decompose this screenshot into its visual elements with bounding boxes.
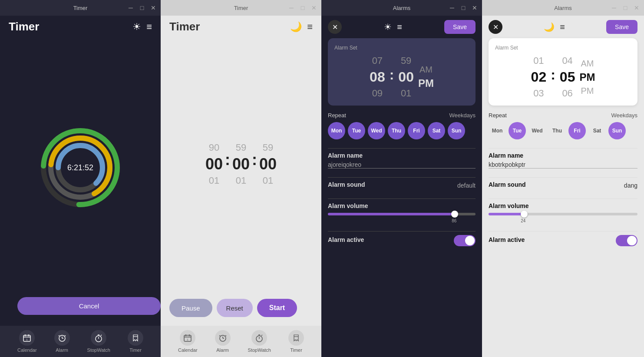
- volume-slider-4[interactable]: [489, 213, 637, 215]
- toggle-knob-4: [627, 236, 637, 245]
- nav-calendar-1[interactable]: 1 Calendar: [17, 330, 37, 353]
- nav-alarm-2[interactable]: Alarm: [215, 330, 231, 353]
- day-sat-4[interactable]: Sat: [588, 122, 606, 139]
- alarm-mins-bot-3: 01: [401, 88, 411, 99]
- alarm-hours-bot-3: 09: [372, 88, 383, 99]
- time-picker-container: 90 00 01 : 59 00 01 : 59 00 01: [161, 38, 321, 290]
- day-thu-3[interactable]: Thu: [388, 122, 405, 139]
- timer-header-2: Timer 🌙 ≡: [161, 16, 321, 38]
- sun-icon-3[interactable]: ☀: [384, 22, 392, 32]
- alarm-toggle-4[interactable]: [616, 235, 637, 246]
- alarm-hours-top-4: 01: [533, 55, 544, 66]
- alarm-name-label-4: Alarm name: [489, 152, 637, 159]
- close-btn-3[interactable]: ✕: [471, 4, 479, 12]
- moon-icon-2[interactable]: 🌙: [290, 21, 302, 33]
- nav-stopwatch-2[interactable]: StopWatch: [248, 330, 271, 353]
- seconds-top: 59: [263, 142, 273, 153]
- nav-stopwatch-1[interactable]: StopWatch: [87, 330, 110, 353]
- alarm-volume-label-3: Alarm volume: [328, 202, 476, 209]
- maximize-btn-1[interactable]: □: [138, 4, 146, 12]
- theme-icon-1[interactable]: ☀: [132, 21, 141, 33]
- divider-2-3: [328, 177, 476, 178]
- alarm-icon-2: [215, 330, 231, 346]
- menu-icon-3[interactable]: ≡: [397, 22, 402, 32]
- minutes-col: 59 00 01: [232, 142, 250, 186]
- alarm-hours-mid-3: 08: [370, 69, 385, 85]
- alarm-content-3: ✕ ☀ ≡ Save Alarm Set 07 08 09 : 59 00 01: [321, 16, 482, 357]
- day-fri-3[interactable]: Fri: [408, 122, 425, 139]
- alarm-set-label-3: Alarm Set: [334, 45, 469, 51]
- day-tue-3[interactable]: Tue: [348, 122, 365, 139]
- maximize-btn-2[interactable]: □: [299, 4, 307, 12]
- day-mon-3[interactable]: Mon: [328, 122, 345, 139]
- nav-calendar-2[interactable]: 1 Calendar: [178, 330, 198, 353]
- days-row-3: Mon Tue Wed Thu Fri Sat Sun: [328, 122, 476, 139]
- maximize-btn-4[interactable]: □: [621, 4, 629, 12]
- alarm-sep-3: :: [390, 67, 394, 83]
- alarm-name-input-3[interactable]: [328, 161, 476, 169]
- day-sun-3[interactable]: Sun: [448, 122, 465, 139]
- minimize-btn-3[interactable]: ─: [448, 4, 456, 12]
- window-title-3: Alarms: [393, 5, 410, 11]
- minimize-btn-1[interactable]: ─: [127, 4, 135, 12]
- pause-button[interactable]: Pause: [169, 299, 212, 317]
- alarm-set-label-4: Alarm Set: [495, 45, 631, 51]
- menu-icon-2[interactable]: ≡: [307, 21, 313, 33]
- alarm-close-btn-4[interactable]: ✕: [489, 20, 502, 34]
- day-tue-4[interactable]: Tue: [509, 122, 526, 139]
- alarm-sound-value-4: dang: [624, 182, 637, 189]
- nav-timer-1[interactable]: Timer: [128, 330, 143, 353]
- save-button-3[interactable]: Save: [444, 20, 476, 34]
- day-mon-4[interactable]: Mon: [489, 122, 506, 139]
- day-thu-4[interactable]: Thu: [548, 122, 566, 139]
- menu-icon-1[interactable]: ≡: [146, 21, 152, 33]
- alarm-name-field-4: Alarm name: [489, 152, 637, 169]
- moon-icon-4[interactable]: 🌙: [544, 22, 555, 32]
- alarm-sound-label-3: Alarm sound: [328, 181, 365, 188]
- bottom-nav-1: 1 Calendar Alarm: [0, 326, 161, 357]
- cancel-button[interactable]: Cancel: [17, 297, 161, 315]
- minimize-btn-4[interactable]: ─: [610, 4, 618, 12]
- alarm-name-input-4[interactable]: [489, 161, 637, 169]
- day-wed-4[interactable]: Wed: [528, 122, 546, 139]
- alarms-light-window: Alarms ─ □ ✕ ✕ 🌙 ≡ Save Alarm Set 01 02 …: [482, 0, 644, 357]
- alarm-sound-row-4: Alarm sound dang: [489, 181, 637, 190]
- alarm-active-row-3: Alarm active: [328, 235, 476, 246]
- day-fri-4[interactable]: Fri: [568, 122, 586, 139]
- timer-svg-2: [292, 334, 301, 342]
- nav-alarm-1[interactable]: Alarm: [54, 330, 70, 353]
- menu-icon-4[interactable]: ≡: [560, 22, 565, 32]
- nav-timer-2[interactable]: Timer: [288, 330, 304, 353]
- sep-1: :: [223, 151, 232, 169]
- alarm-toggle-3[interactable]: [454, 235, 476, 246]
- reset-button[interactable]: Reset: [217, 299, 253, 317]
- minimize-btn-2[interactable]: ─: [287, 4, 295, 12]
- alarm-mins-bot-4: 06: [562, 88, 572, 99]
- day-wed-3[interactable]: Wed: [368, 122, 385, 139]
- timer-icon-1: [128, 330, 143, 346]
- day-sun-4[interactable]: Sun: [608, 122, 626, 139]
- alarm-ampm-mid-3: PM: [418, 77, 434, 89]
- stopwatch-svg-1: [94, 334, 103, 342]
- alarm-volume-container-3: Alarm volume 86: [328, 202, 476, 215]
- nav-label-alarm-1: Alarm: [56, 347, 68, 353]
- close-btn-1[interactable]: ✕: [149, 4, 157, 12]
- maximize-btn-3[interactable]: □: [459, 4, 467, 12]
- svg-line-29: [219, 335, 220, 336]
- alarm-ampm-col-4: AM PM PM: [579, 59, 595, 96]
- alarm-sep-4: :: [551, 67, 555, 83]
- alarm-active-label-4: Alarm active: [489, 236, 525, 243]
- close-btn-2[interactable]: ✕: [310, 4, 318, 12]
- close-btn-4[interactable]: ✕: [633, 4, 641, 12]
- nav-label-calendar-2: Calendar: [178, 347, 198, 353]
- app-title-2: Timer: [169, 20, 200, 33]
- svg-text:1: 1: [187, 338, 189, 341]
- day-sat-3[interactable]: Sat: [428, 122, 445, 139]
- save-button-4[interactable]: Save: [606, 20, 637, 34]
- svg-line-19: [101, 335, 102, 336]
- start-button[interactable]: Start: [257, 299, 297, 317]
- svg-line-15: [65, 335, 66, 336]
- alarm-close-btn-3[interactable]: ✕: [328, 20, 342, 34]
- stopwatch-icon-1: [91, 330, 106, 346]
- header-icons-3: ☀ ≡: [384, 22, 402, 32]
